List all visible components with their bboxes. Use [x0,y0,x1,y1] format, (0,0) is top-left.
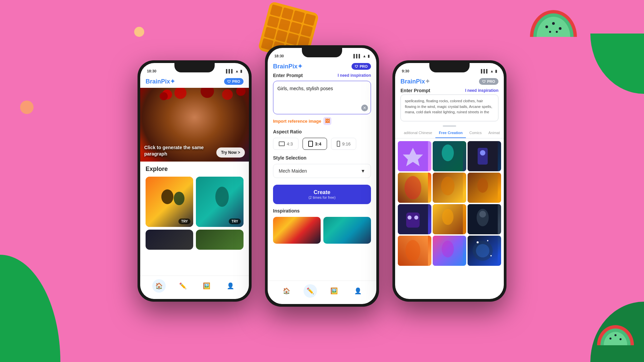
aspect-9-16[interactable]: 9:16 [331,138,356,150]
battery-icon: ▮ [240,69,242,73]
import-reference[interactable]: Import reference image 🖼 [268,114,376,128]
phone-2-header: BrainPix✦ PRO [268,61,376,73]
nav-gallery[interactable]: 🖼️ [200,279,213,293]
phone-1-logo: BrainPix✦ [146,78,175,85]
partial-card-2[interactable] [196,230,244,250]
explore-title: Explore [146,166,244,173]
phone-3-prompt-label: Enter Prompt [400,88,430,93]
inspirations-grid [273,217,371,244]
gallery-item-12[interactable] [468,236,501,266]
gallery-item-5[interactable] [433,173,466,203]
gallery-item-1[interactable] [398,141,431,171]
phone-3-status-icons: ▌▌▌ ▲ ▮ [481,69,497,73]
explore-card-2[interactable]: TRY [196,177,244,227]
card-2-try-badge[interactable]: TRY [229,219,241,224]
signal-icon-3: ▌▌▌ [481,69,489,73]
gallery-item-10[interactable] [398,236,431,266]
gallery-prompt-box[interactable]: spellcasting, floating rocks, colored cl… [400,95,498,121]
svg-point-46 [479,211,486,218]
phone-3: 9:30 ▌▌▌ ▲ ▮ BrainPix✦ PRO Enter Prompt [392,60,506,302]
signal-icon-2: ▌▌▌ [354,54,361,58]
inspiration-card-1[interactable] [273,217,321,244]
phone-1-bottom-nav: 🏠 ✏️ 🖼️ 👤 [140,276,249,299]
style-selection-label: Style Selection [273,155,371,161]
tab-comics[interactable]: Comics [466,128,485,138]
create-button[interactable]: Create (2 times for free) [273,185,371,204]
aspect-options: 4:3 3:4 9:16 [273,138,371,150]
signal-icon: ▌▌▌ [226,69,234,73]
phone-2-pro-badge[interactable]: PRO [352,63,371,70]
try-now-button[interactable]: Try Now > [216,147,245,158]
gallery-item-8[interactable] [433,204,466,234]
partial-cards [146,230,244,250]
style-value: Mech Maiden [279,168,307,174]
nav-edit[interactable]: ✏️ [176,279,190,293]
phone-3-logo: BrainPix✦ [400,78,430,85]
clear-button[interactable]: ✕ [361,105,368,111]
gallery-prompt-text: spellcasting, floating rocks, colored cl… [405,99,492,114]
scroll-indicator [395,124,504,128]
partial-card-1[interactable] [146,230,193,250]
svg-point-48 [406,240,420,261]
nav-2-edit[interactable]: ✏️ [304,284,317,298]
svg-point-55 [487,240,488,241]
import-ref-icon: 🖼 [323,117,331,125]
nav-profile[interactable]: 👤 [224,279,237,293]
nav-home[interactable]: 🏠 [152,279,166,293]
gallery-item-2[interactable] [433,141,466,171]
phone-3-time: 9:30 [402,69,409,73]
enter-prompt-label: Enter Prompt [273,73,303,78]
svg-rect-39 [406,213,420,228]
explore-card-1[interactable]: TRY [146,177,193,227]
prompt-text-content[interactable]: Girls, mechs, stylish poses [277,85,367,92]
phone-1-pro-badge[interactable]: PRO [224,78,244,85]
phone-2-status-icons: ▌▌▌ ▲ ▮ [354,54,370,58]
gallery-item-4[interactable] [398,173,431,203]
phone-1-time: 18:30 [147,69,156,73]
tab-free-creation[interactable]: Free Creation [435,128,466,138]
hero-flowers [140,88,249,128]
phone-2-inner: 18:30 ▌▌▌ ▲ ▮ BrainPix✦ PRO Enter Prompt [268,48,376,304]
phone-2-bottom-nav: 🏠 ✏️ 🖼️ 👤 [268,281,376,304]
tab-traditional[interactable]: aditional Chinese [400,128,435,138]
wifi-icon-2: ▲ [363,54,366,58]
phone-3-prompt-header: Enter Prompt I need inspiration [395,88,504,95]
gallery-item-11[interactable] [433,236,466,266]
import-ref-label: Import reference image [273,119,321,124]
nav-2-profile[interactable]: 👤 [351,284,365,298]
style-dropdown[interactable]: Mech Maiden ▼ [273,164,371,178]
svg-point-40 [408,216,412,220]
gallery-grid [395,138,504,266]
aspect-3-4[interactable]: 3:4 [303,138,327,150]
phone-3-pro-badge[interactable]: PRO [479,78,498,85]
prompt-textarea[interactable]: Girls, mechs, stylish poses ✕ [273,81,371,114]
aspect-9-16-icon [337,141,340,147]
phones-container: 18:30 ▌▌▌ ▲ ▮ BrainPix✦ PRO [0,0,644,362]
card-1-try-badge[interactable]: TRY [178,219,191,224]
phone-1-hero[interactable]: Click to generate the same paragraph Try… [140,88,249,162]
inspiration-link[interactable]: I need inspiration [338,73,371,78]
nav-2-gallery[interactable]: 🖼️ [327,284,341,298]
inspiration-card-2[interactable] [323,217,371,244]
inspirations-label: Inspirations [273,208,371,214]
svg-point-54 [477,241,479,243]
phone-2: 18:30 ▌▌▌ ▲ ▮ BrainPix✦ PRO Enter Prompt [265,45,379,307]
phone-3-notch [429,63,470,72]
aspect-4-3[interactable]: 4:3 [273,138,299,150]
nav-2-home[interactable]: 🏠 [280,284,293,298]
svg-point-17 [201,88,214,98]
phone-3-inspiration-link[interactable]: I need inspiration [465,88,498,93]
svg-point-56 [490,255,492,256]
gallery-item-6[interactable] [468,173,501,203]
svg-point-33 [405,176,421,199]
gallery-item-7[interactable] [398,204,431,234]
svg-point-35 [441,177,454,195]
aspect-3-4-icon [308,141,313,147]
gallery-item-3[interactable] [468,141,501,171]
wifi-icon-3: ▲ [490,69,494,73]
svg-point-19 [236,88,246,96]
battery-icon-2: ▮ [368,54,370,58]
gallery-item-9[interactable] [468,204,501,234]
tab-animation[interactable]: Animat [485,128,503,138]
style-selection-section: Style Selection Mech Maiden ▼ [268,154,376,182]
